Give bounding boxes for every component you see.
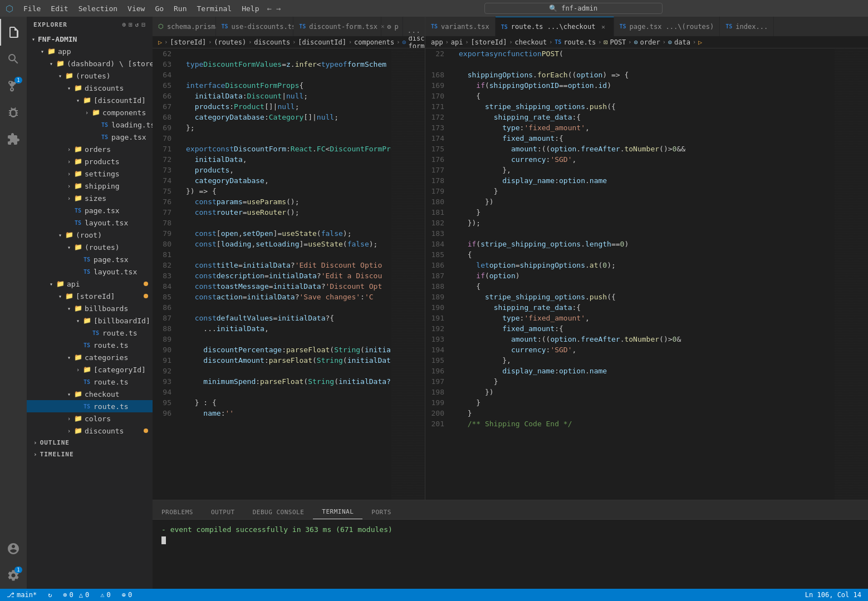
tree-route-ts-2[interactable]: TS route.ts (27, 339, 153, 351)
new-file-icon[interactable]: ⊕ (122, 21, 127, 28)
bc-data[interactable]: data (674, 38, 690, 46)
panel-tab-ports[interactable]: PORTS (362, 505, 400, 519)
tree-discounts[interactable]: 📁 discounts (27, 82, 153, 94)
bc-order[interactable]: order (640, 38, 660, 46)
nav-back-icon[interactable]: ← (267, 4, 271, 13)
tree-sizes[interactable]: 📁 sizes (27, 192, 153, 204)
status-errors[interactable]: ⊗ 0 △ 0 (61, 591, 91, 599)
activity-accounts[interactable] (0, 535, 27, 562)
menu-run[interactable]: Run (169, 3, 191, 14)
menu-edit[interactable]: Edit (46, 3, 72, 14)
tree-components[interactable]: 📁 components (27, 106, 153, 119)
tree-categories[interactable]: 📁 categories (27, 351, 153, 363)
menu-selection[interactable]: Selection (74, 3, 122, 14)
nav-forward-icon[interactable]: → (276, 4, 281, 13)
status-sync[interactable]: ↻ (46, 591, 54, 599)
bc-post[interactable]: POST (610, 38, 626, 46)
search-box[interactable]: 🔍 fnf-admin (484, 3, 663, 14)
menu-terminal[interactable]: Terminal (193, 3, 237, 14)
tree-billboards[interactable]: 📁 billboards (27, 302, 153, 314)
timeline-section[interactable]: › TIMELINE (27, 449, 153, 460)
status-extra[interactable]: ⊕ 0 (120, 591, 134, 599)
bc-discounts[interactable]: discounts (254, 38, 290, 46)
tree-route-ts-1[interactable]: TS route.ts (27, 327, 153, 339)
code-line-69: }; (186, 122, 391, 133)
tree-routes1[interactable]: 📁 (routes) (27, 70, 153, 82)
bc-routes[interactable]: (routes) (214, 38, 246, 46)
panel-tab-terminal[interactable]: TERMINAL (313, 505, 362, 519)
tree-page-root[interactable]: TS page.tsx (27, 253, 153, 265)
tree-storeid-api[interactable]: 📁 [storeId] (27, 290, 153, 302)
status-info[interactable]: ⚠ 0 (98, 591, 112, 599)
tab-close-icon[interactable]: ✕ (381, 22, 385, 31)
tree-route-ts-cat[interactable]: TS route.ts (27, 376, 153, 388)
tab-discount-form[interactable]: TS discount-form.tsx ✕ (293, 17, 381, 36)
bc-components[interactable]: components (354, 38, 394, 46)
left-code-scroll[interactable]: 62 63 64 65 66 67 68 69 70 71 72 73 (153, 48, 391, 500)
bc-checkout[interactable]: checkout (515, 38, 547, 46)
tree-app[interactable]: 📁 app (27, 45, 153, 57)
menu-bar: File Edit Selection View Go Run Terminal… (19, 3, 263, 14)
status-branch[interactable]: ⎇ main* (4, 591, 39, 599)
menu-view[interactable]: View (123, 3, 149, 14)
panel-tab-output[interactable]: OUTPUT (202, 505, 244, 519)
tree-colors[interactable]: 📁 colors (27, 412, 153, 425)
activity-settings[interactable]: 1 (0, 562, 27, 589)
bc-obj-icon: ⊙ (634, 38, 637, 46)
activity-extensions[interactable] (0, 126, 27, 152)
tree-api[interactable]: 📁 api (27, 278, 153, 290)
tree-checkout[interactable]: 📁 checkout (27, 388, 153, 400)
tree-discountid[interactable]: 📁 [discountId] (27, 94, 153, 106)
tree-categoryid[interactable]: 📁 [categoryId] (27, 363, 153, 376)
tree-layout-root[interactable]: TS layout.tsx (27, 265, 153, 278)
new-folder-icon[interactable]: ⊞ (129, 21, 133, 28)
tab-page-routes[interactable]: TS page.tsx ...\(routes) (614, 17, 720, 36)
activity-source-control[interactable]: 1 (0, 72, 27, 99)
tab-route-checkout[interactable]: TS route.ts ...\checkout ✕ (496, 17, 614, 36)
tree-root[interactable]: FNF-ADMIN (27, 33, 153, 45)
bc-app[interactable]: app (431, 38, 443, 46)
panel-tab-problems[interactable]: PROBLEMS (153, 505, 202, 519)
tree-orders[interactable]: 📁 orders (27, 143, 153, 155)
tab-more[interactable]: ··· (403, 28, 425, 36)
collapse-icon[interactable]: ⊟ (141, 21, 146, 28)
tab-index[interactable]: TS index... (720, 17, 774, 36)
tree-routes2[interactable]: 📁 (routes) (27, 241, 153, 253)
refresh-icon[interactable]: ↺ (135, 21, 140, 28)
tree-discounts-api[interactable]: 📁 discounts (27, 425, 153, 437)
menu-file[interactable]: File (19, 3, 45, 14)
bc-storeid2[interactable]: [storeId] (470, 38, 507, 46)
tree-root-folder[interactable]: 📁 (root) (27, 229, 153, 241)
panel-tab-debug[interactable]: DEBUG CONSOLE (244, 505, 313, 519)
right-code-scroll[interactable]: 22 168 169 170 171 172 173 174 175 176 1… (425, 48, 835, 500)
status-position[interactable]: Ln 106, Col 14 (803, 591, 864, 599)
menu-help[interactable]: Help (237, 3, 263, 14)
tab-variants[interactable]: TS variants.tsx (425, 17, 496, 36)
bc-route-ts[interactable]: route.ts (563, 38, 596, 46)
tab-gear[interactable]: ⚙ p (381, 17, 403, 36)
tree-billboardid[interactable]: 📁 [billboardId] (27, 314, 153, 327)
bc-storeid[interactable]: [storeId] (170, 38, 206, 46)
tree-page-main[interactable]: TS page.tsx (27, 204, 153, 216)
activity-explorer[interactable] (0, 19, 27, 46)
bc-discountid[interactable]: [discountId] (298, 38, 346, 46)
tree-products[interactable]: 📁 products (27, 155, 153, 168)
activity-search[interactable] (0, 46, 27, 72)
activity-run-debug[interactable] (0, 99, 27, 126)
tree-loading-tsx[interactable]: TS loading.tsx (27, 119, 153, 131)
bc-api2[interactable]: api (451, 38, 463, 46)
tree-route-ts-checkout[interactable]: TS route.ts (27, 400, 153, 412)
tab-use-discounts[interactable]: TS use-discounts.tsx (216, 17, 294, 36)
menu-go[interactable]: Go (150, 3, 168, 14)
tree-shipping[interactable]: 📁 shipping (27, 180, 153, 192)
tree-page-tsx-disc[interactable]: TS page.tsx (27, 131, 153, 143)
ts-icon: TS (299, 23, 306, 29)
tab-close-checkout-icon[interactable]: ✕ (599, 22, 608, 31)
outline-section[interactable]: › OUTLINE (27, 437, 153, 449)
tree-layout-main[interactable]: TS layout.tsx (27, 216, 153, 229)
tree-settings[interactable]: 📁 settings (27, 168, 153, 180)
tab-schema-prisma[interactable]: ⬡ schema.prisma (153, 17, 216, 36)
tree-dashboard[interactable]: 📁 (dashboard) \ [storeId] (27, 57, 153, 70)
extensions-icon (7, 132, 20, 146)
bc-discount-form[interactable]: discount-form.tsx (408, 36, 425, 48)
